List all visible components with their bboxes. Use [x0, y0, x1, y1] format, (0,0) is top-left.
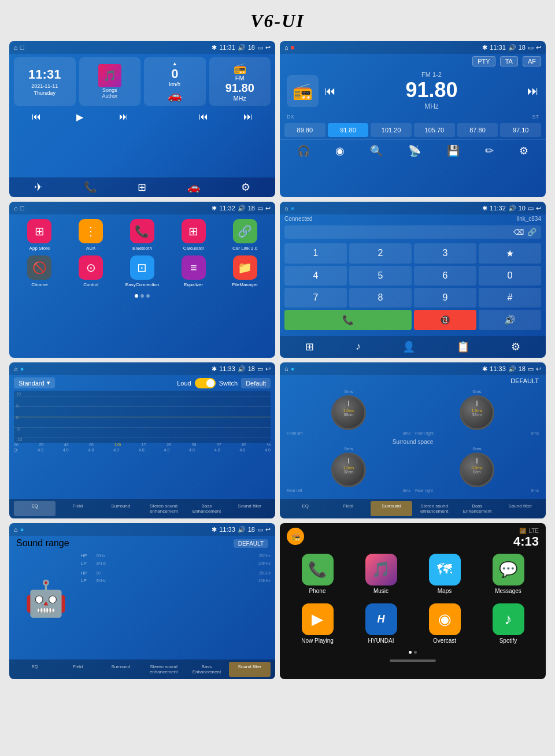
- carplay-maps[interactable]: 🗺 Maps: [416, 554, 473, 594]
- carplay-messages[interactable]: 💬 Messages: [480, 554, 536, 594]
- af-btn[interactable]: AF: [523, 56, 541, 66]
- eq-tab-eq[interactable]: EQ: [14, 501, 56, 516]
- edit-icon[interactable]: ✏: [485, 144, 494, 157]
- app-aux[interactable]: ⋮ AUX: [68, 219, 114, 251]
- s-tab-field[interactable]: Field: [327, 501, 369, 516]
- dial-3[interactable]: 3: [414, 243, 476, 264]
- backspace-icon[interactable]: ⌫: [513, 228, 524, 236]
- home-icon-2[interactable]: ⌂: [284, 44, 288, 51]
- home-icon-7[interactable]: ⌂: [14, 526, 18, 533]
- app-filemanager[interactable]: 📁 FileManager: [221, 255, 268, 287]
- app-control[interactable]: ⊙ Control: [68, 255, 114, 287]
- dial-5[interactable]: 5: [349, 266, 412, 286]
- home-icon-4[interactable]: ⌂: [284, 205, 288, 212]
- dial-8[interactable]: 8: [349, 288, 412, 307]
- eq-tab-surround[interactable]: Surround: [100, 501, 142, 516]
- next-btn[interactable]: ⏭: [119, 112, 128, 123]
- save-icon[interactable]: 💾: [447, 144, 460, 157]
- contacts-icon[interactable]: 👤: [402, 340, 415, 353]
- dial-1[interactable]: 1: [284, 243, 347, 264]
- carplay-phone[interactable]: 📞 Phone: [289, 554, 346, 594]
- back-5[interactable]: ↩: [265, 365, 271, 373]
- sr-tab-surround[interactable]: Surround: [100, 662, 142, 677]
- apps-bottom-icon[interactable]: ⊞: [138, 181, 146, 194]
- preset-2[interactable]: 91.80: [328, 123, 369, 137]
- app-chrome[interactable]: 🚫 Chrome: [16, 255, 63, 287]
- back-7[interactable]: ↩: [265, 526, 271, 533]
- home-icon-6[interactable]: ⌂: [284, 365, 288, 372]
- window-icon-7[interactable]: ●: [20, 526, 24, 533]
- fm-next-btn[interactable]: ⏭: [243, 112, 253, 123]
- rr-knob[interactable]: 0.0ms 0cm: [460, 453, 494, 487]
- dial-6[interactable]: 6: [414, 266, 476, 286]
- app-equalizer[interactable]: ≡ Equalizer: [170, 255, 217, 287]
- eq-loud-toggle[interactable]: [195, 378, 216, 388]
- s-tab-filter[interactable]: Sound filter: [500, 501, 541, 516]
- eq-tab-filter[interactable]: Sound filter: [229, 501, 271, 516]
- home-bar[interactable]: [390, 659, 436, 662]
- fr-knob[interactable]: 1.0ms 32cm: [460, 395, 494, 430]
- window-icon-5[interactable]: ●: [20, 365, 24, 372]
- nav-bottom-icon[interactable]: ✈: [34, 181, 43, 194]
- eq-tab-stereo[interactable]: Stereo sound enhancement: [143, 501, 184, 516]
- volume-dial-btn[interactable]: 🔊: [479, 310, 541, 330]
- home-icon-5[interactable]: ⌂: [14, 365, 18, 372]
- nav-widget[interactable]: ▲ 0 km/h 🚗: [144, 57, 206, 106]
- call-btn[interactable]: 📞: [284, 310, 412, 330]
- s-tab-surround[interactable]: Surround: [371, 501, 412, 516]
- settings-bottom-icon[interactable]: ⚙: [241, 181, 250, 194]
- prev-station-btn[interactable]: ⏮: [324, 84, 336, 98]
- eq-tab-field[interactable]: Field: [57, 501, 98, 516]
- dial-0[interactable]: 0: [479, 266, 541, 286]
- back-3[interactable]: ↩: [265, 205, 271, 212]
- hangup-btn[interactable]: 📵: [414, 310, 476, 330]
- antenna-icon[interactable]: 📡: [408, 144, 421, 157]
- headphone-icon[interactable]: 🎧: [297, 144, 310, 157]
- carplay-hyundai[interactable]: H HYUNDAI: [353, 603, 409, 644]
- s-tab-bass[interactable]: Bass Enhancement: [456, 501, 498, 516]
- music-widget[interactable]: 🎵 Songs Author: [79, 57, 141, 106]
- phone-bottom-icon[interactable]: 📞: [84, 181, 97, 194]
- dial-9[interactable]: 9: [414, 288, 476, 307]
- eq-default-btn[interactable]: Default: [241, 378, 271, 388]
- s-tab-stereo[interactable]: Stereo sound enhancement: [413, 501, 455, 516]
- music-dial-icon[interactable]: ♪: [356, 340, 361, 353]
- sr-tab-filter[interactable]: Sound filter: [229, 662, 271, 677]
- dot-1[interactable]: [135, 294, 138, 298]
- fm-widget[interactable]: 📻 FM 91.80 MHz: [209, 57, 271, 106]
- eq-switch-label[interactable]: Switch: [219, 380, 238, 387]
- s-tab-eq[interactable]: EQ: [284, 501, 326, 516]
- settings-dial-icon[interactable]: ⚙: [511, 340, 520, 353]
- next-station-btn[interactable]: ⏭: [527, 84, 539, 98]
- app-easyconn[interactable]: ⊡ EasyConnection: [119, 255, 166, 287]
- window-icon-1[interactable]: □: [20, 44, 24, 51]
- carplay-spotify[interactable]: ♪ Spotify: [480, 603, 536, 644]
- sr-tab-stereo[interactable]: Stereo sound enhancement: [143, 662, 184, 677]
- prev-btn[interactable]: ⏮: [32, 112, 41, 123]
- app-carlink[interactable]: 🔗 Car Link 2.0: [221, 219, 268, 251]
- settings-radio-icon[interactable]: ⚙: [519, 144, 528, 157]
- app-bluetooth[interactable]: 📞 Bluetooth: [119, 219, 166, 251]
- carplay-nowplaying[interactable]: ▶ Now Playing: [289, 603, 346, 644]
- app-appstore[interactable]: ⊞ App Store: [16, 219, 63, 251]
- cp-dot-1[interactable]: [409, 651, 412, 654]
- dial-4[interactable]: 4: [284, 266, 347, 286]
- dial-7[interactable]: 7: [284, 288, 347, 307]
- back-2[interactable]: ↩: [536, 44, 541, 51]
- home-icon-1[interactable]: ⌂: [14, 44, 18, 51]
- rl-knob[interactable]: 1.0ms 32cm: [331, 453, 366, 487]
- dial-hash[interactable]: #: [479, 288, 541, 307]
- sr-tab-field[interactable]: Field: [57, 662, 98, 677]
- app-calculator[interactable]: ⊞ Calculator: [170, 219, 217, 251]
- car-bottom-icon[interactable]: 🚗: [187, 181, 200, 194]
- surround-default-btn[interactable]: DEFAULT: [280, 375, 546, 387]
- fm-prev-btn[interactable]: ⏮: [199, 112, 208, 123]
- dot-3[interactable]: [146, 294, 150, 298]
- back-4[interactable]: ↩: [536, 205, 541, 212]
- preset-5[interactable]: 87.80: [457, 123, 498, 137]
- home-icon-3[interactable]: ⌂: [14, 205, 18, 212]
- window-icon-4[interactable]: ●: [291, 205, 295, 212]
- carplay-overcast[interactable]: ◉ Overcast: [416, 603, 473, 644]
- search-radio-icon[interactable]: 🔍: [370, 144, 383, 157]
- keypad-icon[interactable]: ⊞: [305, 340, 314, 353]
